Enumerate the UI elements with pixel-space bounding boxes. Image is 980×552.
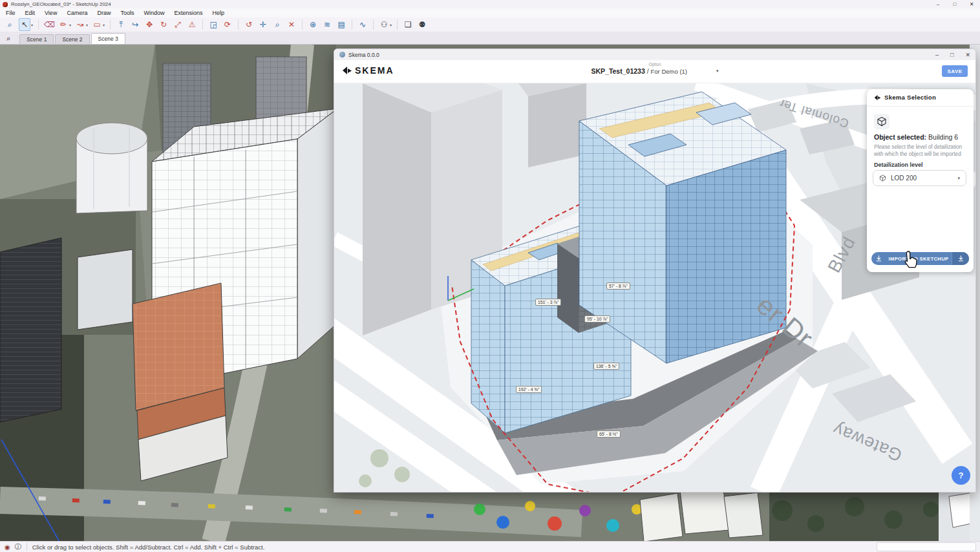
move-tool-icon[interactable]: ✥ (144, 19, 154, 30)
dimension-label: 57' - 8 ⅞" (606, 282, 630, 290)
pan-tool-icon[interactable]: ✛ (258, 19, 268, 30)
toolbar-separator (110, 20, 111, 30)
menu-edit[interactable]: Edit (25, 10, 36, 16)
save-button[interactable]: SAVE (942, 65, 968, 77)
zoom-tool-icon[interactable]: ⌕ (272, 19, 282, 30)
new-model-icon[interactable]: ❏ (403, 19, 413, 30)
menu-tools[interactable]: Tools (120, 10, 134, 16)
import-to-sketchup-button[interactable]: IMPORT TO SKETCHUP (871, 252, 969, 265)
skema-header: SKEMA Option SKP_Test_01233 / For Demo (… (334, 60, 975, 83)
object-selected-label: Object selected: (874, 133, 926, 141)
sign-in-dropdown-caret-icon[interactable]: ▾ (390, 23, 392, 27)
select-tool-icon[interactable]: ↖ (19, 18, 30, 31)
skema-app-icon (339, 52, 345, 58)
arc-tool-icon[interactable]: ↝ (75, 19, 85, 30)
geolocation-icon[interactable]: ◉ (5, 544, 10, 551)
orbit-tool-icon[interactable]: ⟳ (222, 19, 233, 30)
minimize-button[interactable]: – (930, 1, 946, 7)
import-button-label: IMPORT TO SKETCHUP (886, 256, 952, 262)
skema-brand-name: SKEMA (355, 65, 394, 76)
menu-window[interactable]: Window (144, 10, 164, 16)
rectangle-tool-icon[interactable]: ▭ (92, 19, 102, 30)
dark-building (0, 238, 61, 422)
lod-dropdown[interactable]: LOD 200 ▾ (873, 170, 966, 186)
statusbar: ◉ ⓘ Click or drag to select objects. Shi… (0, 541, 980, 552)
skema-window-title: Skema 0.0.0 (348, 52, 379, 58)
menu-view[interactable]: View (45, 10, 57, 16)
lod-cube-icon (879, 175, 886, 182)
rotate-view-tool-icon[interactable]: ↺ (244, 19, 254, 30)
tab-scene-1[interactable]: Scene 1 (19, 34, 54, 44)
terrain-tool-icon[interactable]: ∿ (357, 19, 368, 30)
tab-scene-2[interactable]: Scene 2 (55, 34, 89, 44)
skema-titlebar: Skema 0.0.0 – □ ✕ (334, 49, 975, 60)
menu-draw[interactable]: Draw (97, 10, 111, 16)
search-icon[interactable]: ⌕ (5, 19, 15, 30)
zoom-window-tool-icon[interactable]: ◲ (208, 19, 218, 30)
option-caret-icon[interactable]: ▾ (716, 69, 719, 74)
help-button[interactable]: ? (952, 466, 970, 485)
sketchup-logo-icon (3, 2, 8, 7)
statusbar-divider (27, 543, 27, 551)
detail-hint-text: Please select the level of detailization… (874, 143, 966, 158)
scene-tabs-bar: ⌕ Scene 1 Scene 2 Scene 3 (0, 32, 980, 45)
object-selected-value: Building 6 (928, 133, 958, 141)
eraser-tool-icon[interactable]: ⌫ (44, 19, 54, 30)
toolbar: ⌕ ↖ ▾ ⌫ ✏ ▾ ↝ ▾ ▭ ▾ ⤒ ↪ ✥ ↻ ⤢ ⚠ ◲ ⟳ ↺ ✛ … (0, 17, 980, 32)
sketchup-titlebar: Rosslyn_GEOlocated_03* - SketchUp 2024 –… (0, 0, 980, 8)
rectangle-dropdown-caret-icon[interactable]: ▾ (103, 23, 105, 27)
scale-tool-icon[interactable]: ⤢ (173, 19, 183, 30)
arc-dropdown-caret-icon[interactable]: ▾ (86, 23, 88, 27)
download-icon (952, 252, 969, 265)
project-name: SKP_Test_01233 (591, 67, 644, 75)
skema-window-controls: – □ ✕ (935, 52, 970, 58)
rotate-tool-icon[interactable]: ↻ (158, 19, 169, 30)
push-pull-tool-icon[interactable]: ⤒ (116, 19, 126, 30)
menu-camera[interactable]: Camera (67, 10, 87, 16)
toggle-terrain-tool-icon[interactable]: ≋ (322, 19, 332, 30)
info-icon[interactable]: ⓘ (15, 542, 21, 551)
close-button[interactable]: ✕ (963, 1, 980, 7)
option-label: Option (591, 62, 718, 67)
dimension-label: 151' - 3 ⅞" (535, 299, 561, 306)
option-value: For Demo (1) (651, 68, 687, 75)
object-selected-line: Object selected: Building 6 (874, 133, 958, 141)
line-tool-icon[interactable]: ✏ (58, 19, 69, 30)
add-location-tool-icon[interactable]: ⊕ (308, 19, 318, 30)
skema-selection-panel: Skema Selection Object selected: Buildin… (867, 89, 974, 272)
zoom-extents-tool-icon[interactable]: ✕ (286, 19, 297, 30)
skema-brand: SKEMA (342, 65, 394, 76)
lod-caret-icon[interactable]: ▾ (957, 176, 960, 181)
follow-me-tool-icon[interactable]: ↪ (130, 19, 140, 30)
maximize-button[interactable]: □ (946, 1, 963, 7)
measurements-box[interactable] (877, 542, 976, 551)
warning-icon[interactable]: ⚠ (187, 19, 197, 30)
menubar: File Edit View Camera Draw Tools Window … (0, 8, 980, 17)
cylinder-building (76, 123, 147, 213)
tab-scene-3[interactable]: Scene 3 (91, 33, 125, 44)
screen: Rosslyn_GEOlocated_03* - SketchUp 2024 –… (0, 0, 980, 552)
toolbar-separator (202, 20, 203, 30)
menu-help[interactable]: Help (212, 10, 224, 16)
toolbar-separator (397, 20, 398, 30)
dimension-label: 136' - 5 ⅝" (593, 363, 619, 370)
toolbar-separator (238, 20, 239, 30)
skema-minimize-button[interactable]: – (935, 52, 939, 58)
building-right-tower[interactable] (579, 92, 786, 363)
sign-in-icon[interactable]: ⚇ (379, 19, 389, 30)
dimension-label: 192' - 4 ⅝" (516, 386, 542, 393)
skema-close-button[interactable]: ✕ (965, 52, 970, 58)
select-dropdown-caret-icon[interactable]: ▾ (31, 23, 33, 27)
photo-textures-tool-icon[interactable]: ▤ (336, 19, 346, 30)
menu-file[interactable]: File (6, 10, 16, 16)
option-dropdown[interactable]: Option SKP_Test_01233 / For Demo (1) ▾ (591, 62, 718, 75)
toolbar-separator (352, 20, 352, 30)
scene-search-icon[interactable]: ⌕ (6, 34, 10, 43)
skema-maximize-button[interactable]: □ (950, 52, 953, 58)
menu-extensions[interactable]: Extensions (174, 10, 202, 16)
warehouse-icon[interactable]: ⚉ (417, 19, 427, 30)
status-text: Click or drag to select objects. Shift =… (32, 544, 265, 551)
panel-divider (867, 106, 974, 107)
skema-panel-logo-icon (874, 94, 881, 101)
line-dropdown-caret-icon[interactable]: ▾ (69, 23, 71, 27)
